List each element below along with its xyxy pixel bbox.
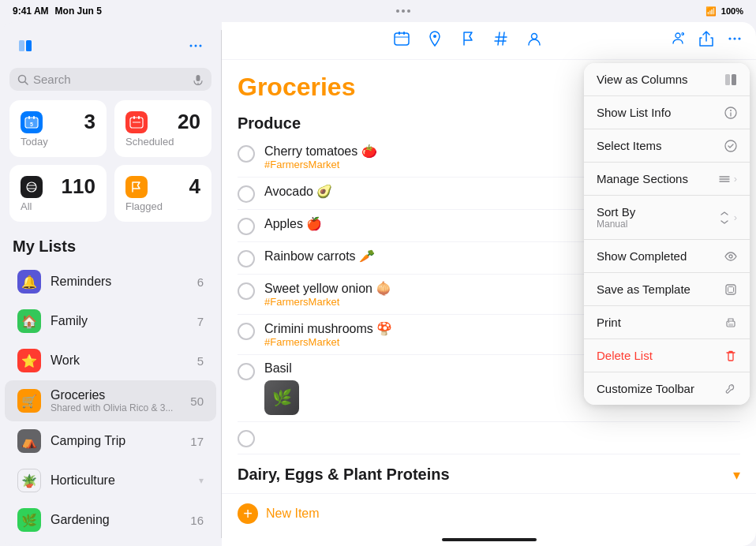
microphone-icon xyxy=(193,74,204,85)
flagged-icon xyxy=(125,176,148,198)
gardening-name: Gardening xyxy=(51,513,181,527)
menu-item-print[interactable]: Print xyxy=(584,306,750,339)
list-item-groceries[interactable]: 🛒 Groceries Shared with Olivia Rico & 3.… xyxy=(5,380,216,421)
sort-by-label: Sort By xyxy=(597,205,718,219)
svg-point-50 xyxy=(728,321,729,322)
home-indicator xyxy=(442,538,537,541)
menu-item-show-list-info[interactable]: Show List Info xyxy=(584,96,750,129)
flagged-card-header: 4 xyxy=(125,174,200,199)
menu-item-delete-list[interactable]: Delete List xyxy=(584,339,750,372)
menu-item-left-view-columns: View as Columns xyxy=(597,73,688,86)
wrench-icon xyxy=(724,383,737,395)
menu-item-save-template[interactable]: Save as Template xyxy=(584,273,750,306)
menu-item-left-print: Print xyxy=(597,316,621,329)
trash-icon xyxy=(724,350,737,362)
person-icon[interactable] xyxy=(526,30,543,51)
camping-name: Camping Trip xyxy=(51,434,181,448)
flagged-card[interactable]: 4 Flagged xyxy=(114,165,211,222)
new-item-label[interactable]: New Item xyxy=(266,507,320,521)
list-item-horticulture[interactable]: 🪴 Horticulture ▾ xyxy=(5,461,216,500)
status-right: 📶 100% xyxy=(705,6,743,17)
battery: 100% xyxy=(721,6,743,16)
list-item-family[interactable]: 🏠 Family 7 xyxy=(5,301,216,341)
todo-item-empty xyxy=(238,422,740,454)
dairy-section-header-row: Dairy, Eggs & Plant Proteins ▾ xyxy=(238,454,740,488)
info-icon xyxy=(724,107,737,119)
search-bar[interactable] xyxy=(9,68,211,91)
menu-item-right-print xyxy=(724,316,737,329)
svg-point-34 xyxy=(733,37,735,39)
flag-icon[interactable] xyxy=(459,30,477,51)
sort-by-text-block: Sort By Manual xyxy=(597,205,718,230)
today-label: Today xyxy=(21,136,95,148)
share-person-icon[interactable] xyxy=(669,30,687,51)
family-count: 7 xyxy=(197,315,204,328)
list-item-gardening[interactable]: 🌿 Gardening 16 xyxy=(5,500,216,540)
menu-item-right-show-list-info xyxy=(724,107,737,119)
groceries-name: Groceries xyxy=(51,388,181,402)
scheduled-card[interactable]: 20 Scheduled xyxy=(114,100,211,157)
new-item-button[interactable]: + xyxy=(238,503,258,524)
list-item-camping[interactable]: ⛺ Camping Trip 17 xyxy=(5,421,216,461)
menu-item-manage-sections[interactable]: Manage Sections › xyxy=(584,163,750,196)
svg-rect-23 xyxy=(403,32,405,35)
menu-item-select-items[interactable]: Select Items xyxy=(584,129,750,163)
hashtag-icon[interactable] xyxy=(492,30,510,51)
toolbar-right xyxy=(669,30,743,51)
menu-item-left-select-items: Select Items xyxy=(597,139,662,152)
svg-rect-15 xyxy=(133,116,135,119)
todo-circle-empty[interactable] xyxy=(238,430,255,447)
menu-item-customize-toolbar[interactable]: Customize Toolbar xyxy=(584,372,750,405)
list-item-reminders[interactable]: 🔔 Reminders 6 xyxy=(5,262,216,301)
toolbar-center xyxy=(393,30,543,51)
share-icon[interactable] xyxy=(698,30,715,51)
menu-item-right-customize-toolbar xyxy=(724,383,737,395)
menu-item-left-save-template: Save as Template xyxy=(597,282,691,296)
menu-item-sort-by[interactable]: Sort By Manual › xyxy=(584,196,750,240)
select-icon xyxy=(724,140,737,152)
dairy-section-header: Dairy, Eggs & Plant Proteins xyxy=(238,466,450,484)
menu-item-right-select-items xyxy=(724,140,737,152)
todo-circle-2[interactable] xyxy=(238,185,255,203)
todo-circle-5[interactable] xyxy=(238,282,255,300)
main-toolbar xyxy=(222,22,756,60)
svg-line-27 xyxy=(503,32,504,45)
dairy-collapse-icon[interactable]: ▾ xyxy=(733,466,740,484)
todo-circle-7[interactable] xyxy=(238,363,255,380)
status-bar: 9:41 AM Mon Jun 5 📶 100% xyxy=(0,0,756,22)
gardening-icon: 🌿 xyxy=(17,508,41,532)
today-card[interactable]: 5 3 Today xyxy=(9,100,107,157)
more-options-button[interactable] xyxy=(183,33,208,58)
menu-item-left-delete-list: Delete List xyxy=(597,349,653,362)
horticulture-icon: 🪴 xyxy=(17,469,41,492)
sidebar-header xyxy=(0,22,221,65)
all-card[interactable]: 110 All xyxy=(9,165,107,222)
svg-rect-47 xyxy=(728,286,734,292)
menu-item-view-columns[interactable]: View as Columns xyxy=(584,63,750,96)
horticulture-name: Horticulture xyxy=(51,473,189,488)
more-menu-icon[interactable] xyxy=(726,30,743,51)
todo-circle-1[interactable] xyxy=(238,145,255,163)
today-count: 3 xyxy=(84,110,95,134)
menu-item-right-show-completed xyxy=(724,250,737,263)
calendar-icon[interactable] xyxy=(393,30,410,51)
search-input[interactable] xyxy=(33,73,188,86)
todo-circle-6[interactable] xyxy=(238,323,255,340)
svg-point-3 xyxy=(195,45,197,47)
sidebar-toggle-button[interactable] xyxy=(13,33,38,58)
all-label: All xyxy=(21,200,95,212)
work-count: 5 xyxy=(197,354,204,368)
menu-item-right-save-template xyxy=(724,283,737,296)
time: 9:41 AM xyxy=(13,6,49,17)
basil-image: 🌿 xyxy=(264,380,299,415)
all-count: 110 xyxy=(62,174,95,199)
svg-rect-12 xyxy=(33,116,35,119)
delete-list-label: Delete List xyxy=(597,349,653,362)
sort-icon xyxy=(718,211,731,224)
menu-item-show-completed[interactable]: Show Completed xyxy=(584,240,750,273)
svg-line-6 xyxy=(25,81,28,84)
todo-circle-3[interactable] xyxy=(238,218,255,235)
todo-circle-4[interactable] xyxy=(238,250,255,267)
location-icon[interactable] xyxy=(426,30,443,51)
list-item-work[interactable]: ⭐ Work 5 xyxy=(5,341,216,380)
